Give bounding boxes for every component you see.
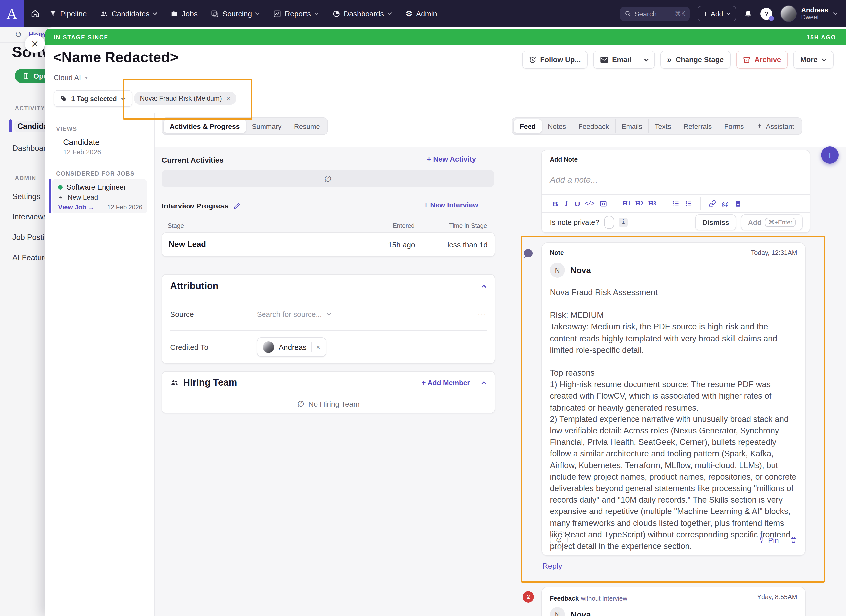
new-interview-button[interactable]: + New Interview (424, 201, 478, 209)
change-stage-button[interactable]: » Change Stage (660, 51, 730, 69)
credited-remove-icon[interactable]: × (316, 343, 320, 351)
note-author-name: Nova (570, 266, 591, 276)
credited-to-label: Credited To (170, 343, 208, 351)
stage-row[interactable]: New Lead 15h ago less than 1d (162, 232, 495, 257)
search-input[interactable]: Search ⌘K (620, 7, 690, 21)
h3-icon[interactable]: H3 (646, 200, 659, 207)
notifications-bell-icon[interactable] (744, 9, 752, 18)
sidebar-item-settings[interactable]: Settings (12, 192, 40, 201)
delete-note-button[interactable] (790, 536, 797, 544)
source-select[interactable]: Search for source... (257, 310, 332, 318)
credited-chip[interactable]: Andreas × (257, 337, 326, 357)
tab-assistant[interactable]: Assistant (750, 119, 800, 133)
history-icon[interactable]: ↺ (15, 29, 22, 40)
h2-icon[interactable]: H2 (633, 200, 646, 207)
nav-admin[interactable]: ⚙ Admin (405, 9, 437, 18)
h1-icon[interactable]: H1 (620, 200, 633, 207)
attribution-title: Attribution (170, 281, 219, 292)
home-icon[interactable] (31, 9, 39, 18)
italic-icon[interactable]: I (561, 199, 572, 208)
link-icon[interactable] (706, 200, 718, 207)
email-dropdown-button[interactable] (638, 51, 655, 69)
current-activities-title: Current Activities (162, 156, 224, 164)
note-card: Note Today, 12:31AM N Nova Nova Fraud Ri… (542, 242, 806, 556)
collapse-chevron-icon[interactable] (481, 381, 487, 384)
tab-notes[interactable]: Notes (542, 119, 572, 133)
underline-icon[interactable]: U (572, 199, 583, 208)
arrow-right-icon: → (88, 204, 94, 211)
nav-reports[interactable]: Reports (273, 9, 319, 18)
app-logo[interactable]: A (0, 0, 24, 27)
add-member-button[interactable]: + Add Member (422, 378, 470, 387)
archive-button[interactable]: Archive (736, 51, 788, 69)
tag-selector[interactable]: 1 Tag selected (54, 90, 132, 107)
ordered-list-icon[interactable] (669, 200, 682, 207)
private-toggle[interactable] (604, 216, 614, 229)
views-section-label: VIEWS (56, 126, 77, 132)
chevron-down-icon (644, 58, 649, 62)
help-icon[interactable]: ? (761, 8, 773, 20)
tab-feedback[interactable]: Feedback (572, 119, 615, 133)
current-activities-empty: ∅ (162, 170, 494, 187)
tab-referrals[interactable]: Referrals (677, 119, 718, 133)
source-menu-icon[interactable]: ··· (478, 310, 487, 318)
add-button[interactable]: + Add (698, 6, 736, 21)
add-note-button[interactable]: Add ⌘+Enter (741, 214, 803, 230)
nav-dashboards[interactable]: Dashboards (332, 9, 392, 18)
sidebar-item-interviews[interactable]: Interviews (12, 213, 45, 221)
tab-emails[interactable]: Emails (615, 119, 648, 133)
sidebar-active-bar (9, 119, 12, 132)
nav-pipeline[interactable]: Pipeline (49, 9, 87, 18)
empty-icon: ∅ (297, 399, 304, 408)
collapse-chevron-icon[interactable] (481, 285, 487, 288)
tab-summary[interactable]: Summary (246, 119, 288, 133)
alarm-clock-icon (529, 56, 536, 63)
job-open-badge[interactable]: Open (15, 69, 45, 83)
tag-chip[interactable]: Nova: Fraud Risk (Meidum) × (134, 92, 236, 105)
nav-jobs[interactable]: Jobs (171, 9, 198, 18)
considered-job-card[interactable]: Software Engineer New Lead View Job → 12… (52, 179, 147, 213)
sidebar-item-job-postings[interactable]: Job Postings (12, 233, 45, 242)
chevrons-right-icon: » (667, 55, 671, 64)
separator-dot: • (85, 73, 88, 82)
views-item-candidate[interactable]: Candidate 12 Feb 2026 (63, 138, 101, 156)
new-activity-button[interactable]: + New Activity (427, 155, 476, 163)
info-icon[interactable]: i (618, 218, 627, 227)
edit-pencil-icon[interactable] (234, 202, 240, 209)
email-button[interactable]: Email (593, 51, 638, 69)
mention-icon[interactable]: @ (718, 199, 731, 208)
tab-resume[interactable]: Resume (288, 119, 326, 133)
nav-sourcing[interactable]: Sourcing (211, 9, 260, 18)
close-icon[interactable]: ✕ (25, 35, 45, 53)
note-body: Nova Fraud Risk Assessment Risk: MEDIUM … (550, 287, 797, 552)
bullet-list-icon[interactable] (682, 200, 695, 207)
more-button[interactable]: More (793, 51, 834, 69)
tab-forms[interactable]: Forms (718, 119, 750, 133)
code-block-icon[interactable] (597, 200, 610, 207)
fab-add-button[interactable]: + (821, 146, 839, 164)
attach-file-icon[interactable] (731, 200, 745, 207)
inline-code-icon[interactable]: </> (583, 201, 597, 207)
pin-button[interactable]: Pin (758, 535, 779, 544)
tag-remove-icon[interactable]: × (226, 94, 231, 102)
candidate-name: <Name Redacted> (53, 49, 178, 66)
follow-up-button[interactable]: Follow Up... (522, 51, 588, 69)
note-feed-marker-icon (523, 248, 534, 259)
emoji-reaction-button[interactable]: ☺ (550, 531, 568, 549)
bold-icon[interactable]: B (550, 199, 561, 208)
tab-activities-progress[interactable]: Activities & Progress (164, 119, 246, 133)
sidebar-item-candidates[interactable]: Candidates (15, 121, 45, 132)
dismiss-button[interactable]: Dismiss (695, 214, 736, 230)
sidebar-item-dashboards[interactable]: Dashboards (12, 144, 45, 153)
interview-progress-title: Interview Progress (162, 201, 228, 210)
tab-texts[interactable]: Texts (648, 119, 677, 133)
user-menu[interactable]: Andreas Dweet (780, 6, 838, 22)
view-job-link[interactable]: View Job → (58, 204, 94, 211)
sidebar-item-ai-features[interactable]: AI Features (12, 253, 45, 262)
reply-link[interactable]: Reply (542, 562, 562, 571)
nav-candidates[interactable]: Candidates (100, 9, 157, 18)
candidate-company[interactable]: Cloud AI (54, 73, 81, 82)
tab-feed[interactable]: Feed (514, 119, 542, 133)
stage-time: less than 1d (447, 241, 488, 249)
note-input[interactable]: Add a note... (550, 175, 598, 185)
